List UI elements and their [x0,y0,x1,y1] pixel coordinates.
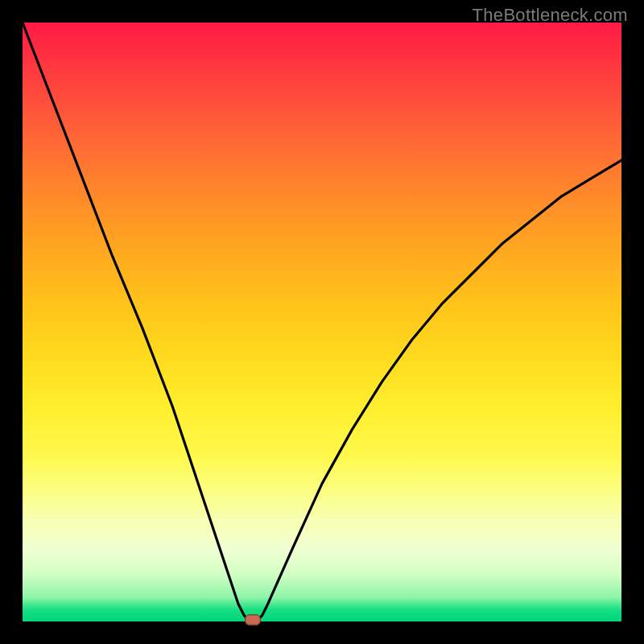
curve-path [23,23,621,621]
optimal-marker [245,614,261,625]
plot-area [23,23,621,621]
chart-frame: TheBottleneck.com [0,0,644,644]
bottleneck-curve [23,23,621,621]
watermark-text: TheBottleneck.com [473,5,628,26]
